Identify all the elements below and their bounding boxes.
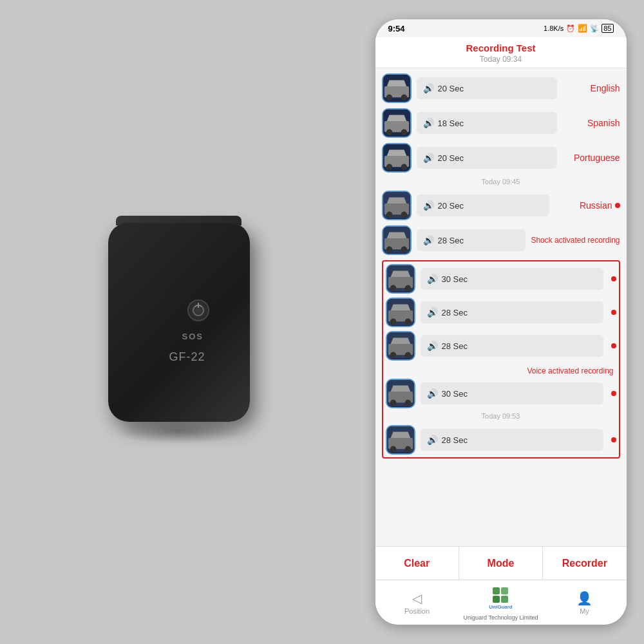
audio-bar-5[interactable]: 🔊 28 Sec — [417, 229, 526, 251]
thumb-6 — [386, 264, 415, 294]
logo-company: Uniguard Technology Limited — [464, 614, 538, 621]
svg-point-33 — [404, 319, 411, 325]
duration-1: 20 Sec — [438, 84, 464, 93]
svg-marker-19 — [386, 198, 406, 204]
audio-bar-10[interactable]: 🔊 28 Sec — [421, 429, 603, 451]
audio-bar-8[interactable]: 🔊 28 Sec — [421, 335, 603, 357]
dot-7 — [611, 310, 616, 315]
label-english: English — [562, 83, 620, 93]
svg-point-47 — [390, 446, 396, 453]
duration-5: 28 Sec — [438, 236, 464, 245]
svg-point-48 — [404, 446, 411, 453]
logo-text: UniGuard — [489, 604, 512, 610]
network-speed: 1.8K/s — [544, 24, 564, 32]
nav-position[interactable]: ◁ Position — [375, 591, 459, 615]
svg-point-22 — [386, 247, 392, 253]
clear-button[interactable]: Clear — [375, 547, 459, 580]
bottom-nav: ◁ Position UniGuard — [375, 580, 627, 625]
svg-point-12 — [386, 164, 392, 171]
audio-bar-6[interactable]: 🔊 30 Sec — [421, 268, 603, 290]
dot-8 — [611, 343, 616, 348]
thumb-4 — [382, 191, 412, 220]
audio-icon-4: 🔊 — [423, 200, 434, 211]
duration-6: 30 Sec — [442, 274, 468, 284]
svg-marker-24 — [386, 232, 406, 239]
svg-point-38 — [404, 352, 411, 359]
svg-marker-39 — [390, 338, 410, 345]
battery-icon: 85 — [601, 24, 613, 33]
recorder-button[interactable]: Recorder — [543, 547, 626, 580]
svg-point-32 — [390, 319, 396, 325]
right-panel: 9:54 1.8K/s ⏰ 📶 📡 85 Recording Test Toda… — [357, 0, 644, 644]
list-item[interactable]: 🔊 28 Sec — [386, 331, 616, 361]
label-portuguese: Portuguese — [562, 153, 620, 163]
audio-icon-1: 🔊 — [423, 83, 434, 93]
phone-frame: 9:54 1.8K/s ⏰ 📶 📡 85 Recording Test Toda… — [375, 19, 627, 625]
recording-header: Recording Test Today 09:34 — [375, 37, 627, 68]
svg-point-28 — [404, 285, 411, 292]
list-item[interactable]: 🔊 20 Sec Portuguese — [382, 143, 620, 173]
svg-point-18 — [401, 212, 407, 218]
list-item[interactable]: 🔊 28 Sec Shock activated recording — [382, 225, 620, 255]
list-item[interactable]: 🔊 18 Sec Spanish — [382, 108, 620, 138]
recording-subtitle: Today 09:34 — [375, 55, 627, 64]
audio-icon-5: 🔊 — [423, 235, 434, 245]
audio-icon-8: 🔊 — [427, 341, 438, 351]
bracket-group: 🔊 30 Sec — [382, 260, 620, 459]
timestamp-2: Today 09:45 — [382, 178, 620, 185]
nav-center[interactable]: UniGuard Uniguard Technology Limited — [459, 585, 543, 621]
model-label: GF-22 — [169, 350, 205, 364]
svg-marker-49 — [390, 432, 410, 439]
dot-russian — [615, 203, 620, 208]
svg-point-42 — [390, 400, 396, 406]
logo-cell-2 — [501, 587, 508, 594]
duration-3: 20 Sec — [438, 153, 464, 163]
wifi-icon: 📡 — [590, 24, 599, 33]
thumb-7 — [386, 298, 415, 327]
logo-cell-3 — [493, 596, 500, 603]
nav-position-label: Position — [404, 607, 430, 615]
list-item[interactable]: 🔊 20 Sec English — [382, 73, 620, 103]
scroll-content[interactable]: 🔊 20 Sec English — [375, 68, 627, 546]
audio-bar-4[interactable]: 🔊 20 Sec — [417, 194, 549, 216]
audio-icon-9: 🔊 — [427, 388, 438, 399]
audio-bar-1[interactable]: 🔊 20 Sec — [417, 77, 557, 99]
svg-marker-14 — [386, 150, 406, 156]
dot-9 — [611, 391, 616, 396]
list-item[interactable]: 🔊 28 Sec — [386, 298, 616, 327]
label-spanish: Spanish — [562, 118, 620, 128]
svg-marker-4 — [386, 80, 406, 87]
list-item[interactable]: 🔊 28 Sec — [386, 425, 616, 455]
device-illustration: SOS GF-22 — [89, 200, 269, 444]
mode-button[interactable]: Mode — [459, 547, 543, 580]
list-item[interactable]: 🔊 30 Sec — [386, 379, 616, 408]
app-screen: Recording Test Today 09:34 — [375, 37, 627, 580]
audio-icon-10: 🔊 — [427, 435, 438, 445]
svg-point-23 — [401, 247, 407, 253]
audio-bar-2[interactable]: 🔊 18 Sec — [417, 112, 557, 134]
position-icon: ◁ — [412, 591, 422, 606]
sos-label: SOS — [182, 332, 204, 341]
thumb-2 — [382, 108, 412, 138]
audio-bar-3[interactable]: 🔊 20 Sec — [417, 147, 557, 169]
svg-point-3 — [401, 95, 407, 101]
device-body: SOS GF-22 — [108, 222, 250, 422]
svg-point-37 — [390, 352, 396, 359]
list-item[interactable]: 🔊 20 Sec Russian — [382, 191, 620, 220]
label-shock: Shock activated recording — [531, 236, 620, 245]
list-item[interactable]: 🔊 30 Sec — [386, 264, 616, 294]
label-voice: Voice activated recording — [527, 366, 613, 375]
nav-my-label: My — [580, 607, 589, 615]
audio-icon-6: 🔊 — [427, 274, 438, 284]
audio-bar-7[interactable]: 🔊 28 Sec — [421, 301, 603, 323]
device-shadow — [115, 419, 243, 444]
signal-icon: 📶 — [578, 24, 587, 33]
thumb-3 — [382, 143, 412, 173]
thumb-1 — [382, 73, 412, 103]
svg-marker-44 — [390, 386, 410, 392]
logo-cell-1 — [493, 587, 500, 594]
clock-icon: ⏰ — [566, 24, 575, 33]
audio-bar-9[interactable]: 🔊 30 Sec — [421, 383, 603, 404]
thumb-8 — [386, 331, 415, 361]
nav-my[interactable]: 👤 My — [543, 591, 627, 615]
